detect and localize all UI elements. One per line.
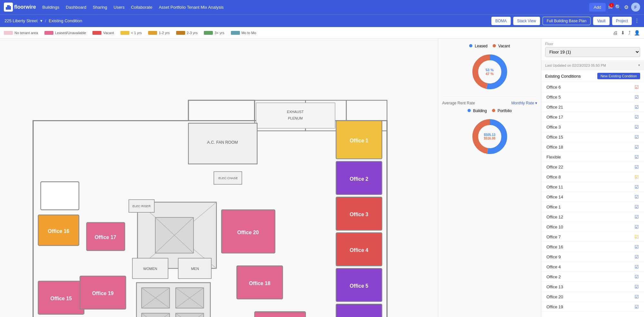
office-list-item[interactable]: Office 19☑ xyxy=(541,302,644,312)
avg-rent-section: Average Rent Rate Monthly Rate ▾ Buildin… xyxy=(442,101,537,158)
office-list-item[interactable]: Office 18☑ xyxy=(541,142,644,152)
nav-users[interactable]: Users xyxy=(114,5,125,10)
building-legend: Building xyxy=(468,109,487,113)
office-name: Flexible xyxy=(546,155,561,159)
office-list-item[interactable]: Office 12☑ xyxy=(541,212,644,222)
leased-dot xyxy=(469,44,472,47)
office-checkbox[interactable]: ☑ xyxy=(635,244,639,249)
office-list-item[interactable]: Office 14☑ xyxy=(541,192,644,202)
legend-no-tenant: No tenant area xyxy=(4,31,38,35)
vacant-dot xyxy=(493,44,496,47)
office-checkbox[interactable]: ☑ xyxy=(635,134,639,139)
office-list-item[interactable]: Flexible☑ xyxy=(541,152,644,162)
notifications-button[interactable]: ✉ 1 xyxy=(608,4,612,10)
user-avatar[interactable]: F xyxy=(631,3,640,12)
search-button[interactable]: 🔍 xyxy=(615,4,621,10)
office-checkbox[interactable]: ☑ xyxy=(635,204,639,209)
office-list-item[interactable]: Office 4☑ xyxy=(541,262,644,272)
floorplan-area[interactable]: EXHAUST PLENUM A.C. FAN ROOM Office 1 Of… xyxy=(0,39,438,317)
office-list-item[interactable]: Office 22☑ xyxy=(541,162,644,172)
breadcrumb-building[interactable]: 225 Liberty Street xyxy=(5,18,38,23)
office-list-item[interactable]: Office 8☑ xyxy=(541,172,644,182)
office-checkbox[interactable]: ☑ xyxy=(635,164,639,169)
office-name: Office 8 xyxy=(546,175,561,179)
office-name: Office 19 xyxy=(546,304,563,309)
office-list-item[interactable]: Office 21☑ xyxy=(541,102,644,112)
last-updated-text: Last Updated on 02/23/2023 05:50 PM xyxy=(545,63,606,67)
office-list-item[interactable]: Office 15☑ xyxy=(541,132,644,142)
office-list-item[interactable]: Office 16☑ xyxy=(541,242,644,252)
office-list-item[interactable]: Office 5☑ xyxy=(541,92,644,102)
office-checkbox[interactable]: ☑ xyxy=(635,274,639,279)
stack-view-button[interactable]: Stack View xyxy=(513,17,540,25)
office-list-item[interactable]: Office 17☑ xyxy=(541,112,644,122)
office-checkbox[interactable]: ☑ xyxy=(635,264,639,269)
office-name: Office 12 xyxy=(546,215,563,219)
office-checkbox[interactable]: ☑ xyxy=(635,254,639,259)
office-checkbox[interactable]: ☑ xyxy=(635,154,639,159)
svg-rect-45 xyxy=(87,223,125,251)
office-checkbox[interactable]: ☑ xyxy=(635,144,639,149)
office-list-item[interactable]: Office 10☑ xyxy=(541,222,644,232)
floor-label: Floor xyxy=(545,42,640,46)
nav-buildings[interactable]: Buildings xyxy=(43,5,60,10)
monthly-rate-label[interactable]: Monthly Rate ▾ xyxy=(511,101,537,105)
nav-actions: Add ✉ 1 🔍 ⚙ F xyxy=(589,3,640,12)
nav-sharing[interactable]: Sharing xyxy=(93,5,107,10)
svg-text:A.C. FAN ROOM: A.C. FAN ROOM xyxy=(207,140,238,145)
leased-vacant-section: Leased Vacant 53 % 47 % xyxy=(442,44,537,93)
office-checkbox[interactable]: ☑ xyxy=(635,234,639,239)
new-existing-condition-button[interactable]: New Existing Condition xyxy=(597,73,640,79)
office-checkbox[interactable]: ☑ xyxy=(635,214,639,219)
share-button[interactable]: ⤴ xyxy=(628,30,631,36)
office-checkbox[interactable]: ☑ xyxy=(635,294,639,299)
office-name: Office 14 xyxy=(546,195,563,199)
office-checkbox[interactable]: ☑ xyxy=(635,84,639,90)
add-button[interactable]: Add xyxy=(589,3,606,12)
office-checkbox[interactable]: ☑ xyxy=(635,174,639,179)
more-options-button[interactable]: ⋮ xyxy=(634,17,639,25)
floorplan-svg: EXHAUST PLENUM A.C. FAN ROOM Office 1 Of… xyxy=(0,39,438,317)
office-name: Office 1 xyxy=(546,205,561,209)
office-checkbox[interactable]: ☑ xyxy=(635,224,639,229)
office-checkbox[interactable]: ☑ xyxy=(635,114,639,120)
floor-select[interactable]: Floor 19 (1) xyxy=(545,47,640,57)
vault-button[interactable]: Vault xyxy=(593,17,609,25)
project-button[interactable]: Project xyxy=(612,17,632,25)
office-name: Office 17 xyxy=(546,115,563,120)
nav-dashboard[interactable]: Dashboard xyxy=(66,5,86,10)
user-settings-button[interactable]: 👤 xyxy=(634,30,640,36)
office-list: Office 6☑Office 5☑Office 21☑Office 17☑Of… xyxy=(541,82,644,317)
office-list-item[interactable]: Office 13☑ xyxy=(541,282,644,292)
settings-button[interactable]: ⚙ xyxy=(624,4,629,10)
office-list-item[interactable]: Office 1☑ xyxy=(541,202,644,212)
breadcrumb-condition[interactable]: Existing Condition xyxy=(49,18,82,23)
office-list-item[interactable]: Office 6☑ xyxy=(541,82,644,92)
office-list-item[interactable]: Office 20☑ xyxy=(541,292,644,302)
office-checkbox[interactable]: ☑ xyxy=(635,304,639,309)
office-checkbox[interactable]: ☑ xyxy=(635,284,639,289)
office-checkbox[interactable]: ☑ xyxy=(635,194,639,199)
office-checkbox[interactable]: ☑ xyxy=(635,94,639,100)
building-portfolio-donut: $505.13 $516.08 xyxy=(442,116,537,158)
boma-button[interactable]: BOMA xyxy=(491,17,510,25)
office-list-item[interactable]: Office 9☑ xyxy=(541,252,644,262)
office-name: Office 21 xyxy=(546,105,563,110)
svg-rect-13 xyxy=(336,121,382,159)
office-checkbox[interactable]: ☑ xyxy=(635,124,639,130)
app-logo[interactable]: floorwire xyxy=(4,3,36,12)
print-button[interactable]: 🖨 xyxy=(613,30,618,36)
nav-analysis[interactable]: Asset Portfolio Tenant Mix Analysis xyxy=(159,5,223,10)
full-building-base-plan-button[interactable]: Full Building Base Plan xyxy=(543,17,591,25)
office-list-item[interactable]: Office 7☑ xyxy=(541,232,644,242)
office-list-item[interactable]: Office 11☑ xyxy=(541,182,644,192)
nav-collaborate[interactable]: Collaborate xyxy=(131,5,153,10)
leased-pct: 53 % xyxy=(486,68,494,72)
legend-lt1yr: < 1 yrs xyxy=(120,31,142,35)
download-button[interactable]: ⬇ xyxy=(621,30,625,36)
office-checkbox[interactable]: ☑ xyxy=(635,184,639,189)
building-val: $505.13 xyxy=(484,133,495,137)
office-list-item[interactable]: Office 2☑ xyxy=(541,272,644,282)
office-list-item[interactable]: Office 3☑ xyxy=(541,122,644,132)
office-checkbox[interactable]: ☑ xyxy=(635,104,639,110)
